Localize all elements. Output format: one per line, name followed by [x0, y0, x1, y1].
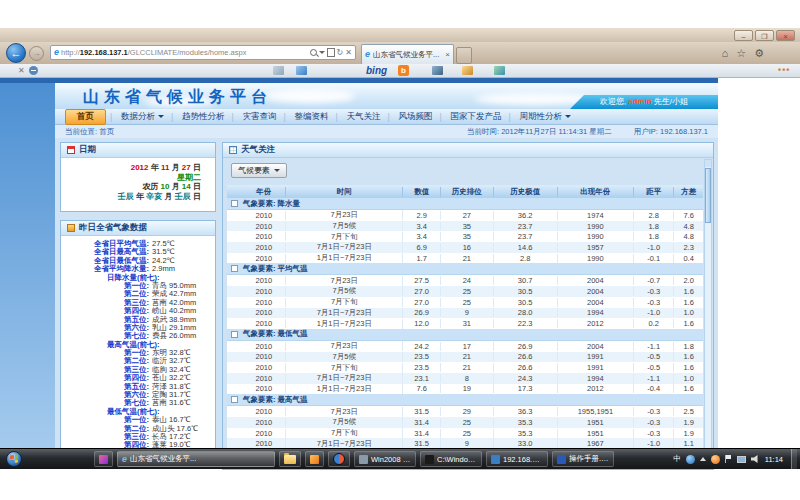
group-checkbox[interactable] — [231, 396, 238, 403]
group-header-row[interactable]: 气象要素: 最高气温 — [227, 394, 703, 406]
table-cell: 2010 — [242, 287, 286, 296]
address-dropdown-icon[interactable] — [319, 51, 325, 54]
toolbar-close-icon[interactable]: ✕ — [18, 65, 25, 76]
taskbar-explorer-button[interactable] — [279, 451, 301, 467]
table-scrollbar[interactable] — [704, 159, 712, 467]
address-bar[interactable]: e http://192.168.137.1/GLCCLIMATE/module… — [50, 45, 356, 60]
table-cell: 2010 — [242, 254, 286, 263]
url-text[interactable]: http://192.168.137.1/GLCCLIMATE/modules/… — [61, 48, 308, 57]
scrollbar-thumb[interactable] — [705, 168, 711, 223]
table-cell: 23.7 — [494, 222, 558, 231]
table-cell: -1.0 — [634, 308, 674, 317]
bing-logo-icon[interactable]: b — [398, 65, 409, 76]
group-checkbox[interactable] — [231, 265, 238, 272]
system-tray: 中 11:14 — [673, 449, 800, 469]
show-desktop-button[interactable] — [791, 449, 797, 469]
volume-icon[interactable] — [751, 455, 760, 463]
table-cell: 30.5 — [494, 298, 558, 307]
table-cell: 1967 — [558, 439, 634, 448]
ime-indicator[interactable]: 中 — [673, 454, 681, 464]
table-cell: 2010 — [242, 418, 286, 427]
minimize-button[interactable]: – — [734, 30, 753, 41]
table-cell: 1.6 — [674, 298, 703, 307]
blocked-icon[interactable] — [29, 66, 38, 75]
pinned-app-icon[interactable] — [94, 451, 113, 467]
nav-item-label: 趋势性分析 — [182, 111, 225, 123]
nav-item-国家下发产品[interactable]: 国家下发产品 — [442, 111, 511, 123]
back-button[interactable]: ← — [6, 43, 26, 63]
column-header: 距平 — [634, 187, 674, 197]
mail-icon[interactable] — [296, 66, 307, 75]
group-title: 气象要素: 最高气温 — [243, 395, 308, 405]
column-header: 年份 — [242, 187, 286, 197]
photos-icon[interactable] — [273, 66, 284, 75]
table-cell: 1957 — [558, 243, 634, 252]
close-button[interactable]: × — [776, 30, 795, 41]
taskbar-window-button[interactable]: 192.168.59.99... — [486, 451, 548, 467]
taskbar-active-window[interactable]: e 山东省气候业务平... — [117, 451, 275, 467]
tools-gear-icon[interactable]: ⚙ — [754, 46, 764, 60]
nav-item-天气关注[interactable]: 天气关注 — [338, 111, 390, 123]
taskbar-app-orange-button[interactable] — [305, 451, 324, 467]
taskbar-window-button[interactable]: Win2008 (VS2... — [354, 451, 416, 467]
taskbar-window-button[interactable]: C:\Windows\s... — [420, 451, 482, 467]
nav-item-首页[interactable]: 首页 — [65, 109, 106, 125]
group-checkbox[interactable] — [231, 200, 238, 207]
group-header-row[interactable]: 气象要素: 最低气温 — [227, 329, 703, 341]
group-checkbox[interactable] — [231, 331, 238, 338]
nav-item-趋势性分析[interactable]: 趋势性分析 — [173, 111, 234, 123]
calendar-text: 27 — [182, 163, 191, 172]
nav-item-label: 数据分析 — [121, 111, 155, 123]
tab-close-icon[interactable]: × — [445, 51, 450, 59]
nav-item-风场频图[interactable]: 风场频图 — [390, 111, 442, 123]
table-cell: 1990 — [558, 222, 634, 231]
nav-item-label: 灾害查询 — [243, 111, 277, 123]
nav-item-周期性分析[interactable]: 周期性分析 — [511, 111, 581, 123]
browser-tab[interactable]: e 山东省气候业务平... × — [361, 44, 454, 64]
browser-chrome: ← → e http://192.168.137.1/GLCCLIMATE/mo… — [0, 42, 800, 64]
maximize-button[interactable]: ❐ — [755, 30, 774, 41]
nav-item-数据分析[interactable]: 数据分析 — [112, 111, 173, 123]
column-header: 历史排位 — [441, 187, 493, 197]
table-cell: 2010 — [242, 243, 286, 252]
group-header-row[interactable]: 气象要素: 平均气温 — [227, 263, 703, 275]
effects-icon[interactable] — [462, 66, 473, 75]
stop-icon[interactable]: ✕ — [345, 49, 352, 57]
table-cell: 9 — [441, 439, 493, 448]
group-header-row[interactable]: 气象要素: 降水量 — [227, 198, 703, 210]
new-tab-button[interactable] — [456, 47, 472, 64]
compatibility-view-icon[interactable] — [327, 48, 335, 57]
climate-element-button[interactable]: 气候要素 — [231, 163, 287, 178]
more-options-icon[interactable]: ••• — [778, 64, 790, 77]
firefox-tray-icon[interactable] — [711, 455, 720, 464]
scroll-up-arrow[interactable] — [705, 160, 711, 167]
show-hidden-icons-icon[interactable] — [700, 457, 706, 461]
page-header: 山东省气候业务平台 欢迎您,admin先生/小姐 — [55, 83, 718, 109]
globe-tray-icon[interactable] — [686, 455, 695, 464]
taskbar-media-button[interactable] — [328, 451, 350, 467]
table-cell: -1.1 — [634, 374, 674, 383]
table-cell: 23.5 — [403, 352, 441, 361]
share-icon[interactable] — [494, 66, 505, 75]
favorites-star-icon[interactable]: ☆ — [736, 46, 746, 60]
table-cell: 1月1日~7月23日 — [286, 253, 403, 263]
search-icon[interactable] — [310, 49, 317, 56]
taskbar-window-button[interactable]: 操作手册.docx ... — [552, 451, 614, 467]
nav-item-label: 风场频图 — [399, 111, 433, 123]
forward-button[interactable]: → — [29, 46, 44, 61]
home-icon[interactable]: ⌂ — [722, 46, 729, 60]
table-cell: -1.0 — [634, 243, 674, 252]
table-cell: 23.1 — [403, 374, 441, 383]
bing-logo[interactable]: bing — [366, 64, 387, 77]
network-icon[interactable] — [737, 456, 746, 463]
refresh-icon[interactable]: ↻ — [337, 49, 344, 57]
clock[interactable]: 11:14 — [765, 455, 783, 464]
nav-item-灾害查询[interactable]: 灾害查询 — [234, 111, 286, 123]
action-center-flag-icon[interactable] — [725, 455, 732, 463]
start-button[interactable] — [6, 451, 22, 467]
table-cell: -1.1 — [634, 342, 674, 351]
table-cell: 6.9 — [403, 243, 441, 252]
nav-item-整编资料[interactable]: 整编资料 — [286, 111, 338, 123]
table-cell: 23.5 — [403, 363, 441, 372]
messenger-icon[interactable] — [432, 66, 443, 75]
